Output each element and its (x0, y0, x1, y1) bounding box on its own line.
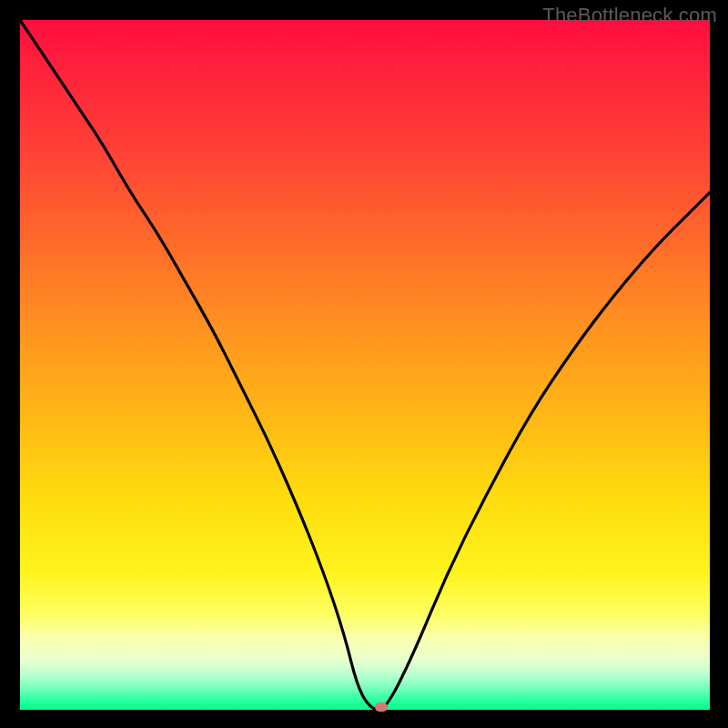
bottleneck-curve (20, 20, 710, 710)
watermark-text: TheBottleneck.com (542, 4, 717, 27)
plot-area (20, 20, 710, 710)
chart-frame: TheBottleneck.com (0, 0, 728, 728)
optimum-marker (375, 703, 388, 712)
